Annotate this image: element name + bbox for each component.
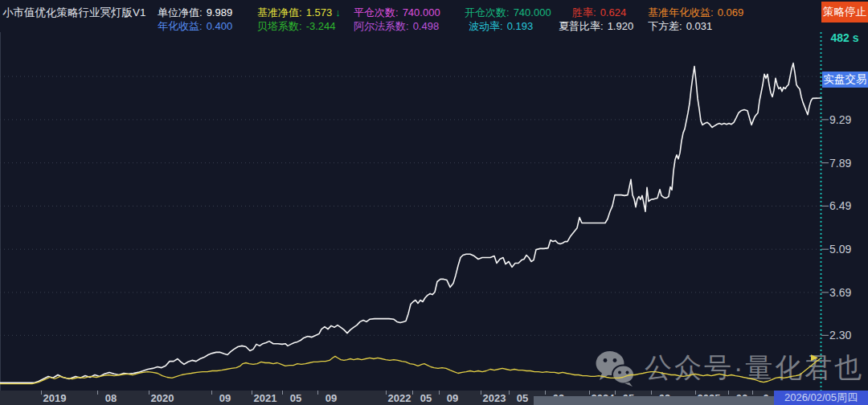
stat-benchmark-annual: 基准年化收益:0.069 bbox=[648, 6, 743, 20]
x-tick bbox=[97, 391, 98, 395]
x-tick bbox=[651, 391, 652, 395]
x-tick-label: 2022 bbox=[388, 392, 411, 404]
stat-label: 下方差: bbox=[648, 20, 682, 32]
x-tick-label: 09 bbox=[326, 392, 337, 404]
benchmark-end-marker bbox=[811, 354, 818, 361]
x-tick bbox=[509, 391, 510, 395]
x-tick bbox=[317, 391, 318, 395]
live-trading-badge[interactable]: 实盘交易 bbox=[822, 72, 868, 88]
stat-label: 平仓次数: bbox=[354, 6, 399, 18]
x-tick bbox=[282, 391, 283, 395]
x-tick bbox=[41, 391, 42, 395]
strategy-line bbox=[0, 63, 821, 383]
time-scrollbar-thumb[interactable] bbox=[534, 396, 774, 405]
stat-label: 夏普比率: bbox=[559, 20, 604, 32]
refresh-timer: 482 s bbox=[821, 31, 868, 44]
x-tick bbox=[481, 391, 481, 395]
stat-label: 开仓次数: bbox=[465, 6, 510, 18]
strategy-title: 小市值优化策略行业冥灯版V1 bbox=[2, 6, 146, 20]
stat-value: 0.069 bbox=[718, 6, 744, 18]
stat-value: 0.031 bbox=[686, 20, 713, 32]
stat-label: 胜率: bbox=[572, 6, 596, 18]
x-tick bbox=[412, 391, 413, 395]
stat-benchmark-nav: 基准净值:1.573↓ bbox=[257, 6, 341, 20]
stat-value: 740.000 bbox=[514, 6, 551, 18]
stat-label: 基准净值: bbox=[257, 6, 302, 18]
y-tick-label: 7.89 bbox=[829, 157, 851, 170]
x-tick-label: 2019 bbox=[43, 392, 67, 404]
stat-close-count: 平仓次数:740.000 bbox=[354, 6, 440, 20]
x-tick-label: 05 bbox=[290, 392, 301, 404]
x-tick bbox=[615, 391, 616, 395]
stat-value: 0.498 bbox=[413, 20, 440, 32]
x-tick-label: 05 bbox=[517, 392, 528, 404]
strategy-stop-button[interactable]: 策略停止 bbox=[821, 2, 868, 22]
x-tick bbox=[752, 391, 753, 395]
y-tick-label: 2.30 bbox=[829, 329, 851, 342]
x-tick-label: 2021 bbox=[254, 392, 277, 404]
stat-label: 单位净值: bbox=[158, 6, 203, 18]
x-tick-label: 08 bbox=[105, 392, 117, 404]
down-arrow-icon: ↓ bbox=[335, 6, 341, 18]
y-tick-label: 3.69 bbox=[829, 286, 851, 299]
x-tick-label: 2023 bbox=[483, 392, 506, 404]
stat-value: 1.573 bbox=[306, 6, 333, 18]
x-tick bbox=[728, 391, 729, 395]
x-tick bbox=[149, 391, 149, 395]
stat-label: 基准年化收益: bbox=[648, 6, 714, 18]
stat-value: 1.920 bbox=[608, 20, 634, 32]
stat-unit-nav: 单位净值:9.989 bbox=[158, 6, 232, 20]
stat-open-count: 开仓次数:740.000 bbox=[465, 6, 551, 20]
stat-value: -3.244 bbox=[306, 20, 336, 32]
x-tick bbox=[695, 391, 696, 395]
stat-value: 9.989 bbox=[207, 6, 233, 18]
x-tick bbox=[211, 391, 212, 395]
x-tick-label: 2020 bbox=[151, 392, 174, 404]
y-tick-label: 9.29 bbox=[829, 113, 851, 126]
benchmark-line bbox=[0, 356, 821, 383]
x-tick bbox=[386, 391, 387, 395]
stat-value: 0.624 bbox=[600, 6, 627, 18]
stat-label: 年化收益: bbox=[158, 20, 203, 32]
x-tick-label: 09 bbox=[447, 392, 458, 404]
stat-label: 波动率: bbox=[469, 20, 503, 32]
x-tick-label: 05 bbox=[420, 392, 432, 404]
stat-value: 0.400 bbox=[207, 20, 233, 32]
x-tick bbox=[545, 391, 546, 395]
x-tick bbox=[252, 391, 252, 395]
time-axis-bar: 2019082020092021050920220509202305092024… bbox=[0, 391, 868, 405]
equity-curve-chart[interactable] bbox=[0, 32, 868, 391]
stat-value: 0.193 bbox=[507, 20, 534, 32]
y-tick-label: 5.09 bbox=[829, 243, 851, 256]
x-tick bbox=[439, 391, 440, 395]
x-tick-label: 09 bbox=[219, 392, 231, 404]
strategy-chart-window: 小市值优化策略行业冥灯版V1 单位净值:9.989 基准净值:1.573↓ 平仓… bbox=[0, 0, 868, 405]
stat-label: 阿尔法系数: bbox=[354, 20, 409, 32]
stat-win-rate: 胜率:0.624 bbox=[572, 6, 626, 20]
y-tick-label: 6.49 bbox=[829, 199, 851, 212]
stat-label: 贝塔系数: bbox=[257, 20, 302, 32]
current-date-badge: 2026/02/05周四 bbox=[774, 391, 868, 405]
stat-value: 740.000 bbox=[403, 6, 440, 18]
x-tick bbox=[589, 391, 590, 395]
